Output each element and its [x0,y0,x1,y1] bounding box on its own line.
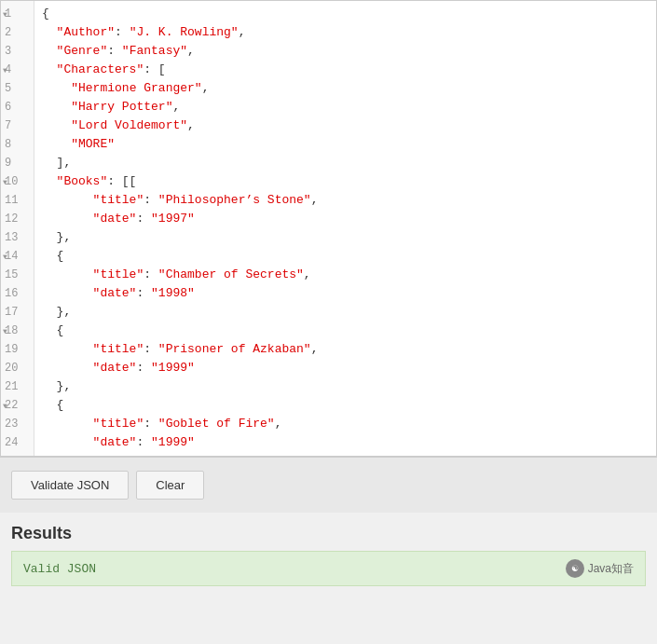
clear-button[interactable]: Clear [136,471,204,500]
code-line: "date": "1999" [42,433,649,452]
line-number: 15 [1,266,34,284]
line-number: 12 [1,210,34,228]
code-line: "Lord Voldemort", [42,116,649,135]
line-number: 7 [1,116,34,135]
code-line: "title": "Prisoner of Azkaban", [42,340,649,359]
editor-container: ▼123▼456789▼10111213▼14151617▼18192021▼2… [0,0,657,457]
code-line: "Author": "J. K. Rowling", [42,23,649,42]
code-line: "Hermione Granger", [42,79,649,98]
code-line: }, [42,228,649,247]
line-number: 21 [1,377,34,396]
code-line: }, [42,303,649,322]
code-line: "Harry Potter", [42,98,649,116]
code-line: "title": "Goblet of Fire", [42,415,649,433]
code-line: "date": "1999" [42,359,649,377]
line-number: 23 [1,415,34,433]
results-section: Results Valid JSON ☯ Java知音 [0,513,657,586]
validate-json-button[interactable]: Validate JSON [11,471,129,500]
results-title: Results [11,524,646,543]
line-number: ▼4 [1,61,34,79]
code-line: "date": "1997" [42,210,649,228]
watermark-text: Java知音 [588,561,634,577]
code-line: ], [42,154,649,172]
line-number: 6 [1,98,34,116]
watermark: ☯ Java知音 [566,559,634,578]
line-number: 8 [1,135,34,154]
line-number: 19 [1,340,34,359]
code-line: "date": "1998" [42,284,649,303]
code-line: "Books": [[ [42,172,649,191]
line-number: ▼1 [1,5,34,23]
line-numbers: ▼123▼456789▼10111213▼14151617▼18192021▼2… [1,1,34,456]
toolbar: Validate JSON Clear [0,457,657,513]
results-box: Valid JSON ☯ Java知音 [11,551,646,586]
code-line: { [42,5,649,23]
line-number: 3 [1,42,34,61]
line-number: 16 [1,284,34,303]
code-line: "Characters": [ [42,61,649,79]
code-area[interactable]: ▼123▼456789▼10111213▼14151617▼18192021▼2… [1,1,656,456]
line-number: ▼22 [1,396,34,415]
code-line: { [42,247,649,266]
line-number: 11 [1,191,34,210]
code-line: "Genre": "Fantasy", [42,42,649,61]
watermark-icon: ☯ [566,559,584,578]
line-number: 9 [1,154,34,172]
code-content[interactable]: { "Author": "J. K. Rowling", "Genre": "F… [34,1,656,456]
code-line: "title": "Chamber of Secrets", [42,266,649,284]
code-line: "MORE" [42,135,649,154]
code-line: { [42,322,649,340]
line-number: 13 [1,228,34,247]
valid-json-status: Valid JSON [23,562,96,576]
line-number: 5 [1,79,34,98]
line-number: 2 [1,23,34,42]
line-number: 20 [1,359,34,377]
code-line: { [42,396,649,415]
line-number: 17 [1,303,34,322]
line-number: 24 [1,433,34,452]
line-number: ▼14 [1,247,34,266]
line-number: ▼10 [1,172,34,191]
line-number: ▼18 [1,322,34,340]
code-line: }, [42,377,649,396]
code-line: "title": "Philosopher’s Stone", [42,191,649,210]
